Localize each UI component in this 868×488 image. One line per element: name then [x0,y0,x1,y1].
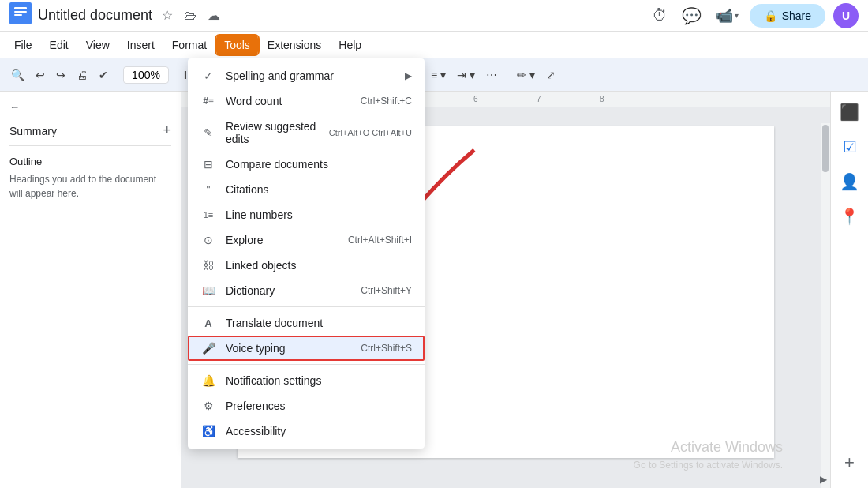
sidebar-maps-icon[interactable]: 📍 [836,202,864,231]
dictionary-icon: 📖 [200,284,216,297]
notifications-label: Notification settings [226,374,412,387]
scrollbar-track [821,123,830,488]
doc-icon [9,2,32,29]
list-button[interactable]: ≡ ▾ [426,66,451,84]
dropdown-divider-1 [188,306,425,307]
translate-label: Translate document [226,317,412,329]
sidebar-summary-section: Summary + [9,122,171,139]
line-numbers-icon: 1≡ [200,210,216,220]
comment-button[interactable]: 💬 [679,5,705,27]
explore-icon: ⊙ [200,234,216,246]
star-button[interactable]: ☆ [159,6,176,24]
spelling-label: Spelling and grammar [226,69,405,82]
menu-accessibility[interactable]: ♿ Accessibility [188,419,425,444]
linked-icon: ⛓ [200,259,216,272]
svg-rect-2 [14,11,27,13]
sidebar: ← Summary + Outline Headings you add to … [0,92,181,488]
compare-label: Compare documents [226,158,412,171]
voice-typing-icon: 🎤 [200,342,216,355]
sidebar-back[interactable]: ← [9,101,171,113]
menu-citations[interactable]: " Citations [188,177,425,202]
menu-linked[interactable]: ⛓ Linked objects [188,253,425,278]
voice-typing-label: Voice typing [226,342,361,355]
voice-typing-shortcut: Ctrl+Shift+S [361,343,412,354]
sidebar-add-button[interactable]: + [837,450,862,475]
toolbar-separator-1 [118,67,118,83]
move-button[interactable]: 🗁 [181,7,200,24]
tools-dropdown: ✓ Spelling and grammar ▶ #≡ Word count C… [188,58,425,449]
main-area: ← Summary + Outline Headings you add to … [0,92,868,488]
back-icon: ← [9,101,20,113]
menu-translate[interactable]: A Translate document [188,310,425,336]
menu-preferences[interactable]: ⚙ Preferences [188,393,425,419]
citations-label: Citations [226,183,412,196]
sidebar-keep-icon[interactable]: ⬛ [836,98,864,126]
menu-dictionary[interactable]: 📖 Dictionary Ctrl+Shift+Y [188,278,425,303]
sidebar-tasks-icon[interactable]: ☑ [836,133,864,161]
pen-button[interactable]: ✏ ▾ [512,66,540,84]
menu-item-edit[interactable]: Edit [42,36,77,54]
menu-spelling[interactable]: ✓ Spelling and grammar ▶ [188,63,425,88]
redo-button[interactable]: ↪ [51,66,70,84]
toolbar-separator-4 [507,67,507,83]
svg-rect-3 [14,14,22,16]
menu-bar: File Edit View Insert Format Tools Exten… [0,32,868,58]
menu-item-help[interactable]: Help [331,36,369,54]
title-icons: ☆ 🗁 ☁ [159,6,223,24]
video-button[interactable]: 📹 ▾ [713,6,742,26]
avatar: U [833,3,859,28]
menu-voice-typing[interactable]: 🎤 Voice typing Ctrl+Shift+S [188,336,425,361]
outline-note: Headings you add to the document will ap… [9,172,171,201]
review-icon: ✎ [200,126,216,139]
add-summary-button[interactable]: + [163,122,171,139]
menu-item-format[interactable]: Format [164,36,215,54]
compare-icon: ⊟ [200,158,216,171]
explore-label: Explore [226,234,348,246]
menu-item-tools[interactable]: Tools [216,36,258,54]
preferences-icon: ⚙ [200,400,216,412]
word-count-icon: #≡ [200,96,216,107]
print-button[interactable]: 🖨 [72,66,92,84]
share-button[interactable]: 🔒 Share [750,4,825,28]
menu-word-count[interactable]: #≡ Word count Ctrl+Shift+C [188,88,425,114]
svg-rect-0 [9,2,32,24]
cloud-button[interactable]: ☁ [204,6,223,24]
search-button[interactable]: 🔍 [6,66,29,84]
windows-watermark: Activate Windows Go to Settings to activ… [634,437,783,472]
top-right-actions: ⏱ 💬 📹 ▾ 🔒 Share U [649,3,859,28]
spelling-arrow: ▶ [405,70,412,81]
indent-button[interactable]: ⇥ ▾ [452,66,480,84]
menu-compare[interactable]: ⊟ Compare documents [188,152,425,177]
notifications-icon: 🔔 [200,374,216,387]
sidebar-divider [9,145,171,146]
menu-item-extensions[interactable]: Extensions [260,36,329,54]
scrollbar-thumb[interactable] [822,125,829,172]
svg-rect-1 [14,7,27,9]
line-numbers-label: Line numbers [226,208,412,221]
watermark-line2: Go to Settings to activate Windows. [634,458,783,472]
review-label: Review suggested edits [226,120,329,145]
word-count-shortcut: Ctrl+Shift+C [361,96,412,107]
menu-item-view[interactable]: View [78,36,118,54]
undo-button[interactable]: ↩ [31,66,50,84]
outline-label: Outline [9,156,171,167]
scroll-bottom-button[interactable]: ▶ [820,474,827,485]
spellcheck-button[interactable]: ✔ [94,66,113,84]
accessibility-icon: ♿ [200,425,216,437]
menu-notifications[interactable]: 🔔 Notification settings [188,368,425,393]
menu-item-file[interactable]: File [6,36,40,54]
expand-button[interactable]: ⤢ [541,66,560,84]
menu-line-numbers[interactable]: 1≡ Line numbers [188,202,425,227]
history-button[interactable]: ⏱ [649,5,671,26]
toolbar: 🔍 ↩ ↪ 🖨 ✔ 100% I I U̲ A ✏ 🔗 💬 🖼 ≡ ▾ ↕ ▾ … [0,58,868,92]
more-button[interactable]: ⋯ [481,66,502,84]
review-shortcut: Ctrl+Alt+O Ctrl+Alt+U [329,128,412,137]
menu-explore[interactable]: ⊙ Explore Ctrl+Alt+Shift+I [188,227,425,253]
menu-item-insert[interactable]: Insert [119,36,163,54]
doc-title[interactable]: Untitled document [38,7,152,24]
lock-icon: 🔒 [764,9,777,22]
zoom-control[interactable]: 100% [123,66,169,84]
word-count-label: Word count [226,95,361,107]
sidebar-contacts-icon[interactable]: 👤 [836,167,864,196]
menu-review[interactable]: ✎ Review suggested edits Ctrl+Alt+O Ctrl… [188,114,425,152]
